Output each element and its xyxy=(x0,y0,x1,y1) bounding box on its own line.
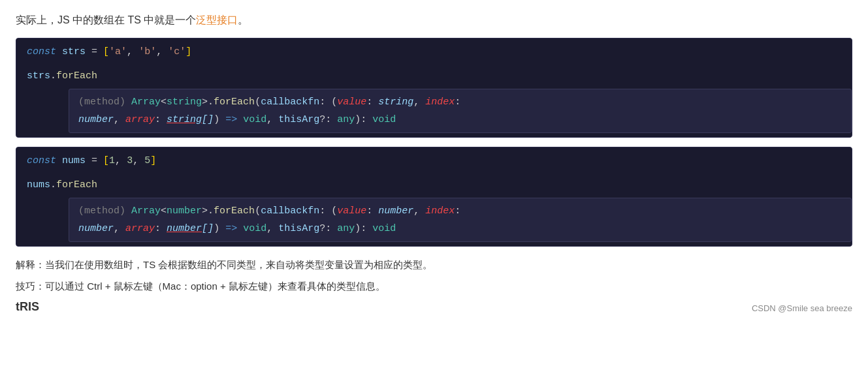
code-line-4: nums.forEach xyxy=(16,172,852,196)
intro-before: 实际上，JS 中的数组在 TS 中就是一个 xyxy=(16,14,196,25)
intro-text: 实际上，JS 中的数组在 TS 中就是一个泛型接口。 xyxy=(16,12,852,29)
code-tooltip-nums: (method) Array<number>.forEach(callbackf… xyxy=(69,198,852,242)
page-wrapper: 实际上，JS 中的数组在 TS 中就是一个泛型接口。 const strs = … xyxy=(0,0,868,324)
keyword-const-2: const xyxy=(27,155,56,166)
var-strs: strs xyxy=(62,46,86,57)
intro-after: 。 xyxy=(238,14,248,25)
footer-credit: CSDN @Smile sea breeze xyxy=(752,303,852,313)
explanation-1: 解释：当我们在使用数组时，TS 会根据数组的不同类型，来自动将类型变量设置为相应… xyxy=(16,256,852,273)
tooltip-line-1: (method) Array<string>.forEach(callbackf… xyxy=(78,93,842,111)
tooltip-line-3: (method) Array<number>.forEach(callbackf… xyxy=(78,202,842,220)
code-line-3: const nums = [1, 3, 5] xyxy=(16,147,852,172)
code-block-strs: const strs = ['a', 'b', 'c'] strs.forEac… xyxy=(16,38,852,138)
explanation-2: 技巧：可以通过 Ctrl + 鼠标左键（Mac：option + 鼠标左键）来查… xyxy=(16,277,852,295)
keyword-const: const xyxy=(27,46,56,57)
bottom-text: 解释：当我们在使用数组时，TS 会根据数组的不同类型，来自动将类型变量设置为相应… xyxy=(16,256,852,295)
tooltip-line-2: number, array: string[]) => void, thisAr… xyxy=(78,111,842,129)
intro-link[interactable]: 泛型接口 xyxy=(196,14,238,25)
code-line-1: const strs = ['a', 'b', 'c'] xyxy=(16,38,852,63)
tooltip-line-4: number, array: number[]) => void, thisAr… xyxy=(78,220,842,237)
bottom-label: tRIS xyxy=(16,300,39,314)
var-nums: nums xyxy=(62,155,86,166)
code-line-2: strs.forEach xyxy=(16,63,852,87)
code-tooltip-strs: (method) Array<string>.forEach(callbackf… xyxy=(69,89,852,133)
code-block-nums: const nums = [1, 3, 5] nums.forEach (met… xyxy=(16,147,852,247)
